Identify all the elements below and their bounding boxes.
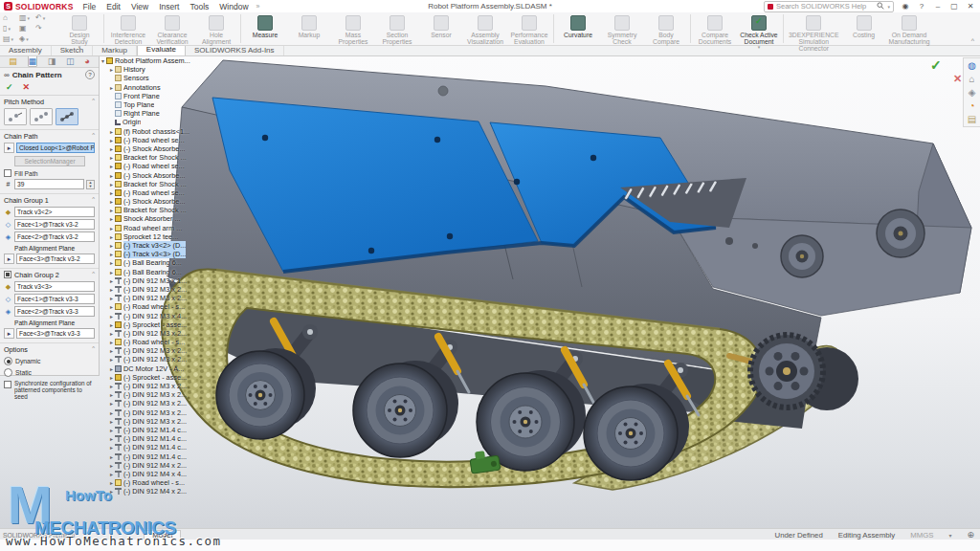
tree-item[interactable]: Top Plane [100, 100, 243, 109]
connected-linkage-pitch-button[interactable] [56, 108, 78, 125]
synchronize-checkbox[interactable] [4, 381, 11, 388]
pin-icon[interactable]: » [256, 3, 260, 10]
menu-file[interactable]: File [83, 2, 97, 11]
expand-icon[interactable]: ▸ [108, 172, 115, 179]
tree-item[interactable]: ▸(-) DIN 912 M3 x 2... [100, 417, 243, 426]
tree-item[interactable]: ▸(-) DIN 912 M3 x 2... [100, 355, 243, 364]
3dexperience-pane-icon[interactable]: ◍ [968, 60, 976, 71]
expand-icon[interactable]: ▸ [108, 356, 115, 363]
expand-icon[interactable]: ▸ [108, 286, 115, 293]
propertymanager-tab-icon[interactable]: ▦ [28, 55, 38, 67]
search-icon[interactable] [877, 2, 884, 11]
ribbon-collapse-icon[interactable]: ^ [971, 37, 974, 44]
user-account-icon[interactable]: ◉ [901, 2, 910, 11]
tree-item[interactable]: ▸(-) DIN 912 M1.4 c... [100, 452, 243, 460]
expand-icon[interactable]: ▸ [108, 207, 115, 213]
globe-icon[interactable]: ⊕ [967, 530, 974, 540]
expand-icon[interactable]: ▸ [108, 303, 115, 310]
tree-item[interactable]: ▸(-) DIN 912 M3 x 2... [100, 408, 243, 417]
tree-item[interactable]: ▸(-) DIN 912 M3 x 1... [100, 276, 243, 285]
body-compare-button[interactable]: Body Compare [644, 13, 688, 44]
group2-face2-field[interactable]: Face<2>@Track v3-3 [14, 306, 95, 317]
expand-icon[interactable]: ▸ [108, 488, 115, 495]
cancel-button[interactable]: ✕ [23, 82, 31, 92]
clearance-verification-button[interactable]: Clearance Verification [150, 13, 194, 44]
chain-path-field[interactable]: Closed Loop<1>@Robot Platfor [16, 143, 95, 153]
tree-item[interactable]: Sensors [100, 74, 243, 82]
expand-icon[interactable]: ▸ [108, 215, 115, 222]
tree-item[interactable]: ▸(-) DIN 912 M4 x 2... [100, 487, 243, 496]
tree-item[interactable]: ▸(-) Sprocket - asse... [100, 373, 243, 382]
menu-window[interactable]: Window [219, 2, 248, 11]
compare-documents-button[interactable]: Compare Documents [693, 13, 737, 44]
expand-icon[interactable]: ▸ [108, 313, 115, 320]
expand-icon[interactable]: ▸ [108, 365, 115, 372]
units-indicator[interactable]: MMGS [910, 531, 933, 540]
tree-item[interactable]: ▸Sprocket 12 tee... [100, 232, 243, 241]
symmetry-check-button[interactable]: Symmetry Check [600, 13, 644, 44]
appearances-pane-icon[interactable]: ◔ [969, 100, 974, 111]
distance-pitch-button[interactable] [4, 108, 27, 125]
expand-icon[interactable]: ▸ [108, 259, 115, 266]
tree-item[interactable]: ▸(-) DIN 912 M3 x 2... [100, 399, 243, 408]
mass-properties-button[interactable]: Mass Properties [331, 13, 375, 44]
minimize-button[interactable]: – [933, 2, 943, 11]
menu-edit[interactable]: Edit [106, 2, 121, 11]
help-icon[interactable]: ? [917, 2, 926, 11]
selection-manager-button[interactable]: SelectionManager [14, 156, 85, 166]
expand-icon[interactable]: ▸ [108, 225, 115, 231]
search-input[interactable]: Search SOLIDWORKS Help ▾ [764, 1, 894, 12]
expand-icon[interactable]: ▸ [108, 339, 115, 345]
units-caret-icon[interactable]: ▾ [948, 532, 951, 539]
confirm-accept-button[interactable]: ✓ [930, 57, 942, 73]
home-pane-icon[interactable]: ⌂ [969, 74, 974, 84]
section-properties-button[interactable]: Section Properties [375, 13, 419, 44]
panel-help-icon[interactable]: ? [85, 70, 95, 79]
menu-view[interactable]: View [131, 2, 148, 11]
fill-path-checkbox[interactable] [4, 169, 11, 177]
settings-pane-icon[interactable]: ◈ [969, 87, 976, 98]
tree-item[interactable]: ▸(-) DIN 912 M3 x 4... [100, 311, 243, 320]
assembly-visualization-button[interactable]: Assembly Visualization [463, 13, 507, 44]
expand-icon[interactable]: ▸ [108, 277, 115, 284]
tree-item[interactable]: ▸(-) Road wheel - s... [100, 478, 243, 487]
3dexperience-simulation-connector-button[interactable]: 3DEXPERIENCE Simulation Connector [786, 13, 842, 44]
tree-item[interactable]: ▸Annotations [100, 83, 243, 92]
check-active-document-button[interactable]: Check Active Document▾ [737, 13, 781, 44]
expand-icon[interactable]: ▸ [108, 233, 115, 240]
distance-linkage-pitch-button[interactable] [30, 108, 53, 125]
instance-count-stepper[interactable]: ▲▼ [86, 180, 95, 189]
group1-face1-field[interactable]: Face<1>@Track v3-2 [14, 219, 95, 230]
select-plane-icon[interactable]: ▸ [4, 253, 14, 264]
redo-icon[interactable]: ↷ [35, 24, 52, 34]
tree-item[interactable]: ▸(-) DIN 912 M1.4 c... [100, 426, 243, 434]
tree-item[interactable]: ▸(-) DIN 912 M1.4 c... [100, 434, 243, 443]
tree-item[interactable]: ▸(-) DIN 912 M3 x 2... [100, 294, 243, 302]
tree-item[interactable]: ▸(-) Sprocket - asse... [100, 320, 243, 329]
new-document-icon[interactable]: ▯▾ [3, 24, 19, 34]
group1-seed-field[interactable]: Track v3<2> [14, 207, 95, 217]
tree-item[interactable]: ▸(-) DIN 912 M3 x 2... [100, 382, 243, 390]
chain-group-2-checkbox[interactable] [4, 271, 11, 278]
instance-count-field[interactable]: 39 [14, 179, 84, 189]
appearances-tab-icon[interactable]: ◕ [84, 56, 89, 66]
tree-item[interactable]: ▸(-) DIN 912 M4 x 4... [100, 470, 243, 478]
group2-face1-field[interactable]: Face<1>@Track v3-3 [14, 294, 95, 304]
tree-item[interactable]: ▸Bracket for Shock ... [100, 180, 243, 188]
expand-icon[interactable]: ▸ [108, 400, 115, 407]
expand-icon[interactable]: ▸ [108, 462, 115, 469]
group2-seed-field[interactable]: Track v3<3> [14, 281, 95, 292]
curvature-button[interactable]: Curvature [556, 13, 600, 44]
tree-item[interactable]: ▸(-) Shock Absorbe... [100, 197, 243, 206]
expand-icon[interactable]: ▸ [108, 128, 115, 135]
expand-icon[interactable]: ▸ [108, 391, 115, 398]
design-study-button-caret-icon[interactable]: ▾ [78, 45, 81, 50]
tree-item[interactable]: ▸(-) Shock Absorbe... [100, 170, 243, 179]
expand-icon[interactable]: ▸ [108, 321, 115, 328]
expand-icon[interactable]: ▸ [108, 479, 115, 486]
tab-assembly[interactable]: Assembly [0, 45, 52, 55]
expand-icon[interactable]: ▸ [108, 295, 115, 301]
tree-item[interactable]: ▸(-) Ball Bearing 6... [100, 268, 243, 276]
home-icon[interactable]: ⌂ [3, 13, 19, 24]
interference-detection-button[interactable]: Interference Detection [106, 13, 150, 44]
